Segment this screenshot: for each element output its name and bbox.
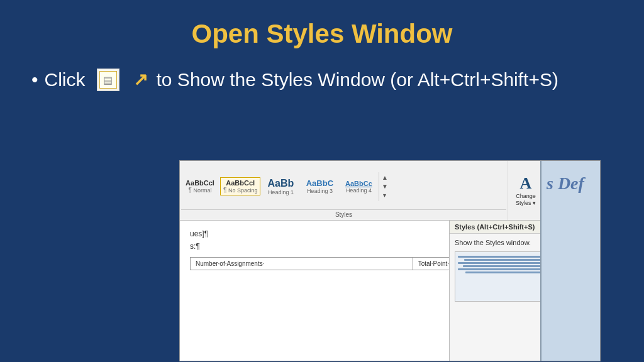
style-heading1-preview: AaBb (268, 178, 294, 189)
right-panel-text: s Def (541, 161, 600, 206)
document-body: ues]¶ s:¶ Number·of·Assignments· Total·P… (180, 221, 600, 361)
styles-section: AaBbCcI ¶ Normal AaBbCcI ¶ No Spacing Aa… (180, 161, 508, 220)
style-no-spacing[interactable]: AaBbCcI ¶ No Spacing (220, 177, 260, 195)
gallery-up-arrow[interactable]: ▲ (382, 173, 388, 182)
style-heading3-preview: AaBbC (306, 178, 333, 188)
style-normal[interactable]: AaBbCcI ¶ Normal (181, 178, 219, 195)
bullet-section: • Click ▤ ↗ to Show the Styles Window (o… (31, 68, 613, 91)
style-heading4-preview: AaBbCc (345, 180, 372, 187)
bullet-dot: • (31, 69, 38, 90)
bullet-text-after: to Show the Styles Window (or Alt+Ctrl+S… (157, 69, 558, 90)
gallery-arrows: ▲ ▼ ▾ (379, 172, 390, 201)
slide-title: Open Styles Window (31, 19, 613, 49)
style-heading3[interactable]: AaBbC Heading 3 (301, 177, 338, 195)
styles-dialog-icon-wrapper: ▤ (94, 68, 122, 91)
style-heading1[interactable]: AaBb Heading 1 (262, 177, 299, 197)
icon-inner-symbol: ▤ (103, 74, 113, 86)
change-styles-label: ChangeStyles ▾ (516, 193, 536, 207)
gallery-more-arrow[interactable]: ▾ (383, 191, 386, 200)
right-panel: s Def (540, 161, 600, 361)
style-heading4-name: Heading 4 (346, 187, 372, 194)
style-heading1-name: Heading 1 (268, 189, 294, 195)
change-styles-section: A ChangeStyles ▾ (508, 161, 543, 220)
word-screenshot: AaBbCcI ¶ Normal AaBbCcI ¶ No Spacing Aa… (179, 160, 601, 361)
bullet-text-before: Click (45, 69, 86, 90)
change-styles-button[interactable]: A ChangeStyles ▾ (513, 173, 538, 208)
style-no-spacing-preview: AaBbCcI (226, 179, 255, 187)
mini-line-4 (463, 265, 550, 267)
style-heading4[interactable]: AaBbCc Heading 4 (340, 178, 377, 195)
bullet-text: Click ▤ ↗ to Show the Styles Window (or … (45, 68, 558, 91)
style-normal-name: ¶ Normal (189, 187, 212, 194)
ribbon: AaBbCcI ¶ Normal AaBbCcI ¶ No Spacing Aa… (180, 161, 600, 221)
table-cell-assignments: Number·of·Assignments· (191, 258, 413, 270)
gallery-down-arrow[interactable]: ▼ (382, 182, 388, 191)
styles-dialog-icon[interactable]: ▤ (97, 69, 119, 91)
slide-container: Open Styles Window • Click ▤ ↗ to Show t… (0, 0, 644, 362)
style-heading3-name: Heading 3 (307, 188, 333, 194)
style-no-spacing-name: ¶ No Spacing (223, 187, 257, 194)
styles-gallery: AaBbCcI ¶ Normal AaBbCcI ¶ No Spacing Aa… (181, 163, 506, 209)
styles-section-label: Styles (181, 209, 506, 219)
tooltip-description: Show the Styles window. (455, 239, 531, 246)
style-normal-preview: AaBbCcI (186, 179, 214, 187)
arrow-up-right-icon: ↗ (133, 69, 148, 90)
change-styles-icon: A (520, 174, 532, 193)
mini-line-6 (465, 272, 546, 273)
